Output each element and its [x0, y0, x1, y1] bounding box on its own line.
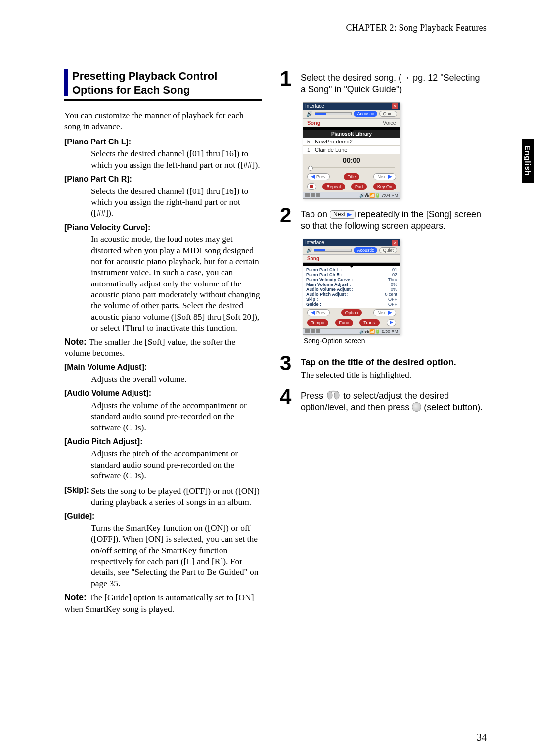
option-row: Skip :OFF [305, 297, 398, 302]
section-heading: Presetting Playback Control Options for … [64, 69, 262, 96]
def-body-audiopitch: Adjusts the pitch of the accompaniment o… [91, 448, 262, 481]
def-body-audiovol: Adjusts the volume of the accompaniment … [91, 400, 262, 433]
step-num-1: 1 [280, 69, 296, 88]
step-3: 3 Tap on the title of the desired option… [280, 354, 487, 380]
step-1-text: Select the desired song. (→ pg. 12 "Sele… [301, 69, 487, 95]
speaker-icon: 🔊 [306, 111, 313, 117]
section-title-line2: Options for Each Song [72, 83, 217, 97]
select-button-icon [412, 402, 421, 412]
svg-marker-0 [311, 175, 315, 179]
step-4-text: Press to select/adjust the desired optio… [301, 387, 487, 414]
screenshot-caption: Song-Option screen [304, 337, 487, 345]
step-3-text: Tap on the title of the desired option. … [301, 354, 456, 380]
option-row: Audio Volume Adjust :0% [305, 287, 398, 292]
option-row: Piano Velocity Curve :Thru [305, 277, 398, 282]
song-option-screenshot: Interface× 🔊 Acoustic Quiet Song Piano P… [303, 239, 400, 335]
svg-point-6 [327, 391, 332, 399]
svg-marker-4 [388, 311, 392, 315]
step-num-3: 3 [280, 354, 296, 373]
svg-marker-2 [347, 213, 352, 217]
step-4: 4 Press to select/adjust the desired opt… [280, 387, 487, 414]
close-icon: × [392, 240, 398, 246]
def-body-velocity: In acoustic mode, the loud notes may get… [91, 234, 262, 333]
page-number: 34 [477, 732, 487, 743]
tray-icons: 🔊🖧📶🔋 [359, 193, 382, 198]
step-num-4: 4 [280, 387, 296, 406]
def-body-skip: Sets the song to be played ([OFF]) or no… [91, 485, 262, 508]
footer-rule [64, 728, 487, 728]
accent-bar [64, 69, 68, 96]
def-label-mainvol: [Main Volume Adjust]: [64, 362, 262, 372]
def-label-piano-r: [Piano Part Ch R]: [64, 174, 262, 184]
language-tab: English [522, 139, 534, 183]
def-label-skip: [Skip]: [64, 485, 91, 495]
def-label-audiovol: [Audio Volume Adjust]: [64, 388, 262, 398]
def-label-piano-l: [Piano Part Ch L]: [64, 137, 262, 147]
svg-point-7 [334, 391, 339, 399]
note-guide: Note: The [Guide] option is automaticall… [64, 592, 262, 614]
close-icon: × [392, 103, 398, 109]
tray-icons: 🔊🖧📶🔋 [359, 329, 382, 334]
stop-icon [307, 183, 316, 190]
def-body-mainvol: Adjusts the overall volume. [91, 374, 262, 384]
song-screen-screenshot: Interface× 🔊 Acoustic Quiet SongVoice Pi… [303, 102, 400, 199]
option-row: Main Volume Adjust :0% [305, 282, 398, 287]
section-intro: You can customize the manner of playback… [64, 110, 262, 132]
step-1: 1 Select the desired song. (→ pg. 12 "Se… [280, 69, 487, 95]
option-row: Audio Pitch Adjust :0 cent [305, 292, 398, 297]
step-num-2: 2 [280, 206, 296, 225]
step-3-sub: The selected title is highlighted. [301, 369, 456, 380]
step-2: 2 Tap on Next repeatedly in the [Song] s… [280, 206, 487, 232]
dial-icon [326, 390, 341, 400]
def-label-audiopitch: [Audio Pitch Adjust]: [64, 437, 262, 447]
def-body-piano-l: Selects the desired channel ([01] thru [… [91, 148, 262, 170]
option-row: Piano Part Ch R :02 [305, 272, 398, 277]
note-velocity: Note: The smaller the [Soft] value, the … [64, 336, 262, 359]
next-button-chip: Next [330, 210, 356, 219]
section-title-line1: Presetting Playback Control [72, 70, 217, 82]
svg-marker-5 [390, 321, 393, 324]
def-body-guide: Turns the SmartKey function on ([ON]) or… [91, 522, 262, 589]
running-head: CHAPTER 2: Song Playback Features [64, 23, 487, 33]
step-2-text: Tap on Next repeatedly in the [Song] scr… [301, 206, 487, 232]
speaker-icon: 🔊 [306, 247, 312, 253]
heading-rule [64, 99, 262, 101]
play-icon [387, 319, 396, 326]
def-body-piano-r: Selects the desired channel ([01] thru [… [91, 186, 262, 219]
option-row: Guide :OFF [305, 302, 398, 307]
def-label-velocity: [Piano Velocity Curve]: [64, 223, 262, 233]
svg-marker-1 [388, 175, 392, 179]
svg-marker-3 [311, 311, 315, 315]
def-label-guide: [Guide]: [64, 511, 262, 521]
